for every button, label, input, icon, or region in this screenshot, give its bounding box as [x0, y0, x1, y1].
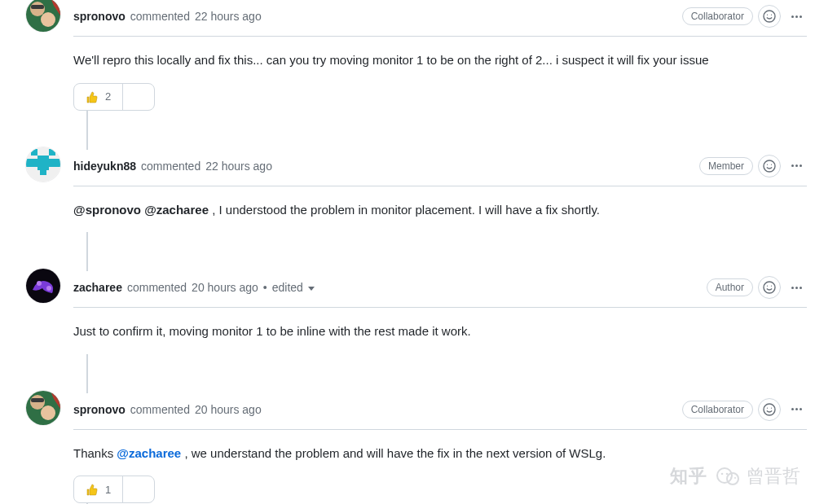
comment-text: , we understand the problem and will hav…: [184, 446, 606, 460]
comment-text: Thanks: [73, 446, 117, 460]
add-reaction-inline[interactable]: [123, 84, 154, 110]
comment: spronovo commented 20 hours ago Collabor…: [8, 393, 807, 504]
timestamp[interactable]: 20 hours ago: [195, 403, 262, 416]
avatar[interactable]: [26, 0, 60, 32]
timestamp[interactable]: 22 hours ago: [205, 160, 272, 173]
kebab-icon: [791, 164, 802, 167]
comment: hideyukn88 commented 22 hours ago Member…: [8, 150, 807, 233]
role-badge: Member: [699, 157, 753, 175]
edited-dropdown[interactable]: edited: [272, 281, 315, 294]
reaction-thumbs-up[interactable]: 1: [74, 476, 123, 502]
add-reaction-button[interactable]: [758, 276, 781, 299]
comment-body: We'll repro this locally and fix this...…: [73, 37, 807, 83]
role-badge: Collaborator: [682, 401, 753, 419]
comment-header: hideyukn88 commented 22 hours ago Member: [73, 150, 807, 186]
kebab-icon: [791, 15, 802, 18]
comment-header: spronovo commented 22 hours ago Collabor…: [73, 0, 807, 37]
mention[interactable]: @spronovo: [73, 203, 141, 217]
reaction-bar: 2: [73, 83, 155, 111]
comment-timeline: spronovo commented 22 hours ago Collabor…: [0, 0, 815, 504]
comment-menu-button[interactable]: [786, 399, 807, 420]
author-link[interactable]: spronovo: [73, 403, 126, 416]
thumbs-up-icon: [86, 483, 99, 496]
reaction-thumbs-up[interactable]: 2: [74, 84, 123, 110]
kebab-icon: [791, 287, 802, 289]
avatar[interactable]: [26, 147, 60, 182]
mention[interactable]: @zacharee: [144, 203, 209, 217]
reaction-bar: 1: [73, 476, 155, 503]
comment-body: Just to confirm it, moving monitor 1 to …: [73, 308, 807, 354]
comment-body: Thanks @zacharee , we understand the pro…: [73, 430, 807, 476]
author-link[interactable]: zacharee: [73, 281, 122, 294]
comment-header: spronovo commented 20 hours ago Collabor…: [73, 393, 807, 430]
timestamp[interactable]: 20 hours ago: [192, 281, 258, 294]
avatar[interactable]: [26, 391, 60, 425]
thumbs-up-icon: [86, 90, 99, 103]
comment-menu-button[interactable]: [786, 6, 807, 27]
avatar[interactable]: [26, 269, 60, 303]
timestamp[interactable]: 22 hours ago: [195, 10, 262, 23]
kebab-icon: [791, 408, 802, 410]
role-badge: Author: [707, 278, 753, 296]
role-badge: Collaborator: [682, 7, 753, 25]
chevron-down-icon: [308, 287, 315, 291]
timeline-connector: [86, 354, 88, 393]
comment-text: , I understood the problem in monitor pl…: [212, 203, 600, 217]
add-reaction-inline[interactable]: [123, 476, 154, 502]
commented-label: commented: [130, 403, 190, 416]
separator-dot: •: [263, 281, 267, 294]
add-reaction-button[interactable]: [758, 155, 781, 177]
commented-label: commented: [130, 10, 190, 23]
author-link[interactable]: hideyukn88: [73, 160, 136, 173]
add-reaction-button[interactable]: [758, 5, 781, 28]
reaction-count: 2: [105, 90, 111, 103]
comment-menu-button[interactable]: [786, 277, 807, 298]
comment: spronovo commented 22 hours ago Collabor…: [8, 0, 807, 111]
timeline-connector: [86, 232, 88, 271]
comment-header: zacharee commented 20 hours ago • edited…: [73, 271, 807, 308]
mention[interactable]: @zacharee: [117, 446, 181, 460]
commented-label: commented: [141, 160, 200, 173]
comment-body: @spronovo @zacharee , I understood the p…: [73, 186, 807, 233]
author-link[interactable]: spronovo: [73, 10, 126, 23]
commented-label: commented: [127, 281, 187, 294]
comment: zacharee commented 20 hours ago • edited…: [8, 271, 807, 354]
reaction-count: 1: [105, 484, 111, 496]
add-reaction-button[interactable]: [758, 398, 781, 421]
timeline-connector: [86, 111, 88, 150]
comment-menu-button[interactable]: [786, 156, 807, 177]
